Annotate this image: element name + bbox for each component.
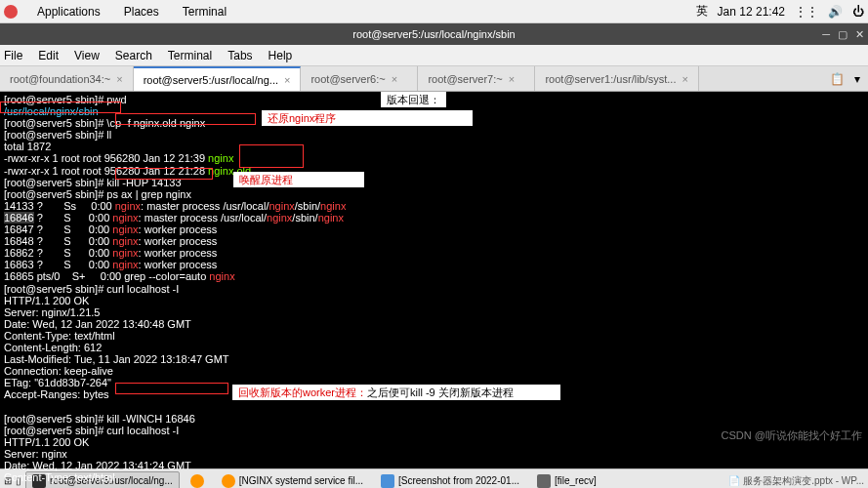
annotation-restore: 还原nginx程序 [262,110,473,126]
tab-server5[interactable]: root@server5:/usr/local/ng...× [134,66,302,91]
tab-close-icon[interactable]: × [392,73,397,85]
menu-tabs[interactable]: Tabs [227,49,252,62]
menu-view[interactable]: View [74,49,100,62]
close-icon[interactable]: ✕ [855,28,864,41]
tab-close-icon[interactable]: × [509,73,515,85]
power-icon[interactable]: ⏻ [852,5,864,19]
menu-places[interactable]: Places [120,3,163,20]
tab-close-icon[interactable]: × [116,73,122,85]
desktop-top-bar: Applications Places Terminal 英 Jan 12 21… [0,0,868,23]
annotation-recycle: 回收新版本的worker进程：之后便可kill -9 关闭新版本进程 [232,385,560,400]
menu-bar: File Edit View Search Terminal Tabs Help [0,45,868,66]
tab-close-icon[interactable]: × [682,73,687,85]
menu-edit[interactable]: Edit [38,49,59,62]
menu-help[interactable]: Help [269,49,293,62]
tab-server1[interactable]: root@server1:/usr/lib/syst...× [535,66,698,91]
menu-file[interactable]: File [4,49,22,62]
window-title-bar: root@server5:/usr/local/nginx/sbin ─ ▢ ✕ [0,23,868,45]
volume-icon[interactable]: 🔊 [828,5,843,19]
annotation-rollback: 版本回退： [381,92,446,107]
tab-server7[interactable]: root@server7:~× [418,66,535,91]
menu-applications[interactable]: Applications [33,3,104,20]
maximize-icon[interactable]: ▢ [838,28,847,41]
tab-close-icon[interactable]: × [284,74,290,86]
tab-menu-icon[interactable]: ▾ [854,72,860,86]
menu-terminal[interactable]: Terminal [168,49,212,62]
menu-search[interactable]: Search [115,49,152,62]
lang-indicator[interactable]: 英 [696,3,708,20]
new-tab-icon[interactable]: 📋 [830,72,845,86]
watermark: CSDN @听说你能找个好工作 [722,429,862,441]
annotation-wake: 唤醒原进程 [233,172,364,187]
tab-foundation[interactable]: root@foundation34:~× [0,66,134,91]
menu-terminal[interactable]: Terminal [179,3,230,20]
wifi-icon[interactable]: ⋮⋮ [795,5,818,19]
terminal-tabs: root@foundation34:~× root@server5:/usr/l… [0,66,868,92]
terminal-output[interactable]: 版本回退： 还原nginx程序 唤醒原进程 回收新版本的worker进程：之后便… [0,92,868,468]
tab-server6[interactable]: root@server6:~× [301,66,418,91]
window-title: root@server5:/usr/local/nginx/sbin [352,28,515,40]
activities-icon[interactable] [4,5,18,19]
minimize-icon[interactable]: ─ [822,28,830,41]
clock[interactable]: Jan 12 21:42 [718,5,785,19]
